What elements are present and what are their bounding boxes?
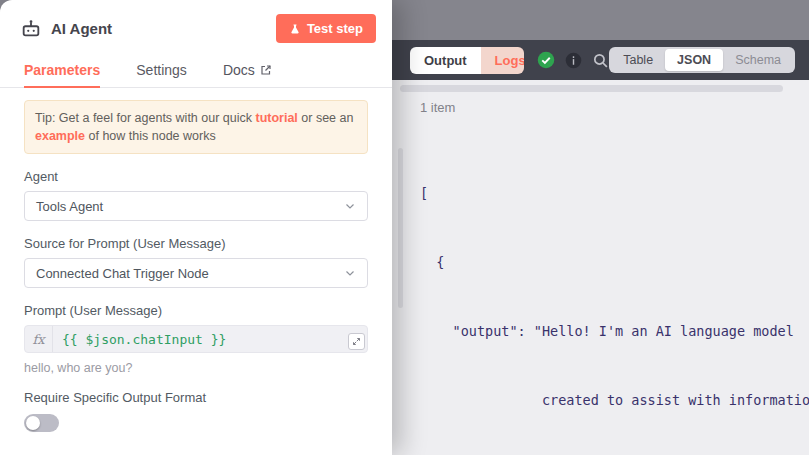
search-icon[interactable] [592, 52, 609, 69]
node-title: AI Agent [51, 20, 112, 37]
example-link[interactable]: example [35, 129, 85, 143]
prompt-field-label: Prompt (User Message) [24, 303, 368, 318]
toggle-knob [26, 416, 40, 430]
output-format-label: Require Specific Output Format [24, 390, 368, 405]
tab-settings[interactable]: Settings [136, 52, 187, 87]
json-line: { [420, 251, 809, 274]
settings-tabs: Parameters Settings Docs [0, 52, 392, 88]
node-settings-panel: AI Agent Test step Parameters Settings D… [0, 0, 392, 455]
agent-select-value: Tools Agent [36, 199, 103, 214]
json-line: "output": "Hello! I'm an AI language mod… [420, 320, 809, 343]
prompt-hint: hello, who are you? [24, 361, 368, 375]
tip-text-1: Tip: Get a feel for agents with our quic… [35, 111, 255, 125]
external-link-icon [260, 64, 272, 76]
source-field-label: Source for Prompt (User Message) [24, 236, 368, 251]
run-tabs: Output Logs [410, 47, 524, 74]
view-switcher: Table JSON Schema [609, 47, 795, 73]
view-schema[interactable]: Schema [723, 49, 793, 71]
json-line: created to assist with information [420, 389, 809, 412]
prompt-expression-input[interactable]: fx {{ $json.chatInput }} [24, 325, 368, 353]
docs-link[interactable]: Docs [223, 52, 272, 87]
tab-parameters[interactable]: Parameters [24, 52, 100, 87]
test-step-label: Test step [307, 21, 363, 36]
expression-code[interactable]: {{ $json.chatInput }} [53, 326, 235, 352]
view-json[interactable]: JSON [665, 49, 723, 71]
fx-badge: fx [25, 326, 53, 352]
output-format-toggle[interactable] [24, 414, 59, 432]
toolbar-icons [537, 51, 609, 69]
source-select-value: Connected Chat Trigger Node [36, 266, 209, 281]
agent-field-label: Agent [24, 169, 368, 184]
view-table[interactable]: Table [611, 49, 665, 71]
expand-expression-button[interactable] [348, 333, 365, 350]
info-icon[interactable] [565, 52, 582, 69]
test-step-button[interactable]: Test step [276, 14, 376, 43]
parameters-body: Tip: Get a feel for agents with our quic… [0, 88, 392, 432]
json-output: [ { "output": "Hello! I'm an AI language… [420, 136, 809, 455]
tab-output[interactable]: Output [410, 47, 481, 74]
robot-icon [20, 18, 42, 40]
output-toolbar: Output Logs Table JSON Schema [392, 40, 809, 80]
tab-logs[interactable]: Logs [481, 47, 525, 74]
flask-icon [289, 23, 301, 35]
horizontal-scrollbar[interactable] [400, 85, 783, 92]
tip-text-2: or see an [298, 111, 354, 125]
tip-text-3: of how this node works [85, 129, 216, 143]
chevron-down-icon [344, 267, 356, 279]
vertical-scrollbar[interactable] [398, 148, 403, 308]
chevron-down-icon [344, 200, 356, 212]
panel-header: AI Agent Test step [0, 0, 392, 43]
items-count: 1 item [420, 100, 455, 115]
docs-label: Docs [223, 62, 255, 78]
success-check-icon [537, 51, 555, 69]
tutorial-link[interactable]: tutorial [255, 111, 297, 125]
output-content: 1 item [ { "output": "Hello! I'm an AI l… [392, 80, 809, 455]
agent-select[interactable]: Tools Agent [24, 191, 368, 221]
tip-banner: Tip: Get a feel for agents with our quic… [24, 100, 368, 154]
json-line: [ [420, 182, 809, 205]
source-select[interactable]: Connected Chat Trigger Node [24, 258, 368, 288]
output-panel: Output Logs Table JSON Schema 1 item [ { [392, 0, 809, 455]
